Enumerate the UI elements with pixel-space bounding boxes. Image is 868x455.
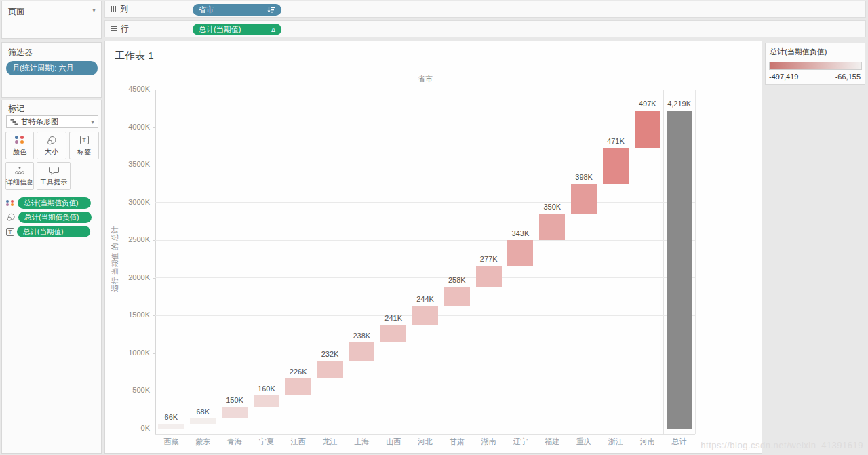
label-button[interactable]: T 标签 [69,132,99,159]
legend-title: 总计(当期值负值) [770,47,827,57]
color-button[interactable]: 颜色 [5,132,34,159]
sort-descending-icon[interactable] [267,6,275,14]
waterfall-bar[interactable] [285,378,311,395]
chevron-down-icon[interactable]: ▾ [92,6,96,14]
waterfall-bar[interactable] [539,214,565,240]
gridline [155,240,695,241]
gantt-bars-icon [10,118,18,126]
x-axis-category-label[interactable]: 总计 [672,437,687,447]
x-axis-category-label[interactable]: 浙江 [608,437,623,447]
filter-pill-month[interactable]: 月(统计周期): 六月 [6,61,98,75]
delta-icon: Δ [271,26,275,33]
columns-shelf[interactable]: 列 省市 [104,1,866,18]
bar-value-label: 471K [607,137,625,145]
waterfall-bar[interactable] [635,111,660,148]
y-tick-label: 1500K [105,311,150,319]
color-dots-icon[interactable] [6,200,15,206]
x-axis-category-label[interactable]: 辽宁 [513,437,528,447]
x-axis-category-label[interactable]: 青海 [227,437,242,447]
bar-value-label: 150K [226,396,243,404]
rows-shelf[interactable]: 行 总计(当期值) Δ [104,20,866,37]
bar-value-label: 160K [258,384,275,393]
columns-shelf-label: 列 [111,3,128,15]
waterfall-bar[interactable] [507,240,533,266]
columns-pill-province[interactable]: 省市 [193,4,281,16]
y-tick-label: 500K [105,386,150,394]
color-legend-card: 总计(当期值负值) -497,419 -66,155 [765,43,865,85]
marks-field-pill[interactable]: 总计(当期值负值) [18,212,92,223]
y-tick-label: 2500K [105,235,150,243]
y-tick-mark [153,353,155,354]
waterfall-bar[interactable] [571,184,597,214]
bar-value-label: 244K [416,295,434,303]
waterfall-bar[interactable] [317,361,343,378]
x-axis-category-label[interactable]: 重庆 [576,437,591,447]
x-axis-category-label[interactable]: 宁夏 [259,437,274,447]
size-circles-icon [46,136,57,146]
waterfall-bar[interactable] [254,395,279,408]
marks-title: 标记 [8,103,24,115]
watermark: https://blog.csdn.net/weixin_41391619 [701,440,863,450]
y-tick-label: 1000K [105,349,150,357]
bar-value-label: 66K [165,413,178,421]
x-axis-category-label[interactable]: 河北 [418,437,433,447]
detail-button[interactable]: 详细信息 [5,162,34,190]
x-axis-category-label[interactable]: 西藏 [163,437,178,447]
waterfall-bar[interactable] [412,306,438,324]
x-axis-category-label[interactable]: 福建 [545,437,559,447]
y-tick-label: 3500K [105,160,150,168]
x-axis-category-label[interactable]: 湖南 [481,437,496,447]
marks-field-row: 总计(当期值负值) [6,212,92,223]
marks-field-pill[interactable]: 总计(当期值) [17,226,90,237]
x-axis-category-label[interactable]: 蒙东 [195,437,210,447]
waterfall-bar[interactable] [222,407,248,418]
y-tick-label: 4000K [105,123,150,131]
waterfall-bar[interactable] [603,148,629,183]
marks-field-row: T 总计(当期值) [6,226,90,237]
gridline [155,391,695,391]
size-button[interactable]: 大小 [37,132,66,159]
rows-shelf-label: 行 [111,23,129,35]
mark-type-dropdown[interactable]: 甘特条形图 ▾ [6,115,98,128]
waterfall-bar[interactable] [349,342,374,360]
legend-min-label: -497,419 [769,73,798,81]
pages-title: 页面 [8,6,24,18]
bar-value-label: 497K [639,100,656,108]
bar-value-label: 350K [543,203,561,211]
y-tick-label: 3000K [105,198,150,206]
columns-icon [111,5,117,14]
waterfall-bar[interactable] [190,418,216,424]
x-axis-category-label[interactable]: 龙江 [323,437,338,447]
gridline [155,90,695,90]
x-axis-category-label[interactable]: 河南 [640,437,655,447]
bar-value-label: 238K [353,332,370,340]
gridline [155,429,695,429]
waterfall-bar[interactable] [476,266,502,287]
text-label-icon[interactable]: T [6,228,14,236]
bar-value-label: 277K [480,255,498,263]
legend-gradient-bar[interactable] [769,62,862,70]
y-tick-mark [153,315,155,316]
plot-area[interactable]: 0K500K1000K1500K2000K2500K3000K3500K4000… [105,41,763,454]
waterfall-bar[interactable] [444,287,470,306]
x-axis-category-label[interactable]: 江西 [291,437,306,447]
total-bar[interactable] [667,111,692,429]
waterfall-bar[interactable] [158,424,184,429]
x-axis-category-label[interactable]: 甘肃 [450,437,465,447]
y-tick-mark [153,90,155,90]
rows-pill-measure[interactable]: 总计(当期值) Δ [193,24,281,35]
filters-panel: 筛选器 月(统计周期): 六月 [1,42,102,98]
x-axis-category-label[interactable]: 山西 [386,437,401,447]
bar-value-label: 241K [384,314,402,322]
bar-value-label: 4,219K [667,100,691,108]
waterfall-bar[interactable] [380,325,406,343]
size-circles-icon[interactable] [6,213,16,222]
mark-type-label: 甘特条形图 [21,117,87,127]
worksheet-card: 工作表 1 省市 运行 当期值 的 总计 0K500K1000K1500K200… [104,41,762,454]
tooltip-button[interactable]: 工具提示 [37,162,71,190]
x-axis-category-label[interactable]: 上海 [354,437,369,447]
bar-value-label: 232K [321,350,339,358]
chevron-down-icon[interactable]: ▾ [87,117,98,127]
marks-field-pill[interactable]: 总计(当期值负值) [18,197,91,209]
bar-value-label: 398K [575,173,593,181]
